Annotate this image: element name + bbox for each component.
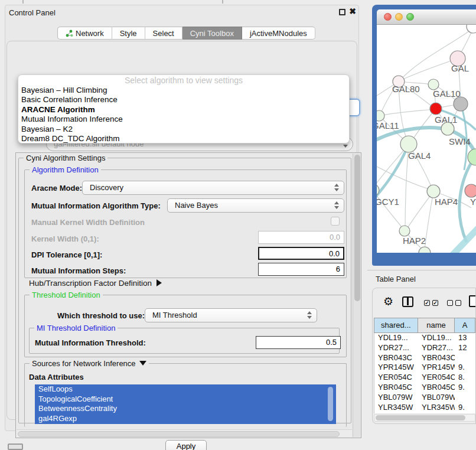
- table-cell: YDL19...: [418, 333, 455, 343]
- hub-definition-toggle[interactable]: Hub/Transcription Factor Definition: [29, 279, 162, 288]
- group-title: Algorithm Definition: [30, 165, 101, 174]
- combo-stepper-icon: [334, 184, 340, 191]
- scrollbar-thumb[interactable]: [376, 415, 465, 420]
- columns-icon[interactable]: [402, 296, 413, 307]
- algorithm-option[interactable]: Dream8 DC_TDC Algorithm: [18, 134, 349, 144]
- network-node-hap4[interactable]: [427, 185, 440, 198]
- scrollbar-thumb[interactable]: [354, 155, 360, 301]
- algorithm-option[interactable]: Bayesian – K2: [18, 125, 349, 134]
- table-cell: 9: [455, 412, 475, 413]
- table-horizontal-scrollbar[interactable]: [374, 414, 475, 422]
- network-node-y[interactable]: [465, 184, 476, 197]
- dpi-tolerance-field[interactable]: 0.0: [258, 247, 344, 260]
- table-cell: 13: [455, 333, 475, 343]
- panel-title: Control Panel: [9, 8, 56, 17]
- algorithm-option[interactable]: ARACNE Algorithm: [18, 105, 349, 115]
- minimize-traffic-light[interactable]: [395, 13, 403, 21]
- mi-threshold-field[interactable]: 0.5: [256, 336, 341, 349]
- network-edge: [379, 109, 435, 116]
- network-node-hap2[interactable]: [399, 226, 410, 236]
- node-label: GAL: [451, 63, 469, 73]
- table-row[interactable]: YDL19...YDL19...13: [374, 333, 475, 343]
- algorithm-option[interactable]: Bayesian – Hill Climbing: [18, 86, 349, 95]
- column-header[interactable]: shared...: [374, 318, 418, 333]
- algorithm-option[interactable]: Mutual Information Inference: [18, 115, 349, 124]
- group-title: Threshold Definition: [30, 291, 103, 299]
- tab-label: Select: [153, 27, 174, 40]
- app-toolbar-fragment: [222, 0, 223, 4]
- which-threshold-label: Which threshold to use:: [57, 311, 145, 320]
- aracne-mode-combo[interactable]: Discovery: [82, 181, 344, 195]
- close-icon[interactable]: ✖: [349, 6, 356, 16]
- tab-style[interactable]: Style: [112, 27, 145, 40]
- table-cell: YLR345W: [418, 403, 455, 413]
- table-row[interactable]: YBR045CYBR045C9.: [374, 383, 475, 393]
- network-node-swi4[interactable]: [441, 122, 454, 135]
- minimized-panel-icon[interactable]: [8, 444, 23, 450]
- table-row[interactable]: YDR27...YDR27...12: [374, 343, 475, 353]
- tab-network[interactable]: Network: [57, 27, 112, 40]
- attribute-item[interactable]: gal4RGexp: [35, 414, 336, 424]
- table-body: YDL19...YDL19...13YDR27...YDR27...12YBR0…: [374, 333, 475, 413]
- network-node-gal4[interactable]: [400, 136, 417, 152]
- float-window-icon[interactable]: [339, 9, 345, 15]
- network-edge: [400, 58, 458, 80]
- tab-select[interactable]: Select: [145, 27, 182, 40]
- sources-title: Sources for Network Inference: [32, 359, 136, 368]
- mi-steps-field[interactable]: 6: [258, 263, 344, 276]
- data-attributes-list[interactable]: SelfLoopsTopologicalCoefficientBetweenne…: [35, 384, 336, 424]
- deselect-all-columns-icon[interactable]: [447, 300, 461, 306]
- kernel-width-field[interactable]: 0.0: [258, 231, 344, 244]
- close-traffic-light[interactable]: [384, 13, 392, 21]
- table-row[interactable]: YBR043CYBR043C: [374, 353, 475, 363]
- network-node-gal1[interactable]: [430, 103, 442, 115]
- table-header-row: shared...nameA: [374, 318, 475, 333]
- zoom-traffic-light[interactable]: [406, 13, 414, 21]
- table-cell: YPR145W: [374, 363, 418, 373]
- select-all-columns-icon[interactable]: ✓✓: [424, 300, 438, 306]
- table-cell: [455, 393, 475, 403]
- table-row[interactable]: YPR145WYPR145W9.: [374, 363, 475, 373]
- tab-cyni-toolbox[interactable]: Cyni Toolbox: [182, 27, 242, 40]
- table-cell: YDR27...: [374, 343, 418, 353]
- tab-jactivemnodules[interactable]: jActiveMNodules: [242, 27, 315, 40]
- network-node[interactable]: [468, 149, 476, 165]
- algorithm-option[interactable]: Basic Correlation Inference: [18, 95, 349, 105]
- table-cell: YBR045C: [374, 383, 418, 393]
- network-canvas[interactable]: GALGAL80GAL10GAL1GAL11SWI4GAL4GCY1HAP4YH…: [377, 25, 476, 253]
- group-title: Cyni Algorithm Settings: [24, 154, 107, 162]
- which-threshold-combo[interactable]: MI Threshold: [145, 308, 317, 322]
- combo-stepper-icon: [334, 201, 340, 209]
- column-header[interactable]: A: [455, 318, 475, 333]
- node-label: GAL4: [408, 151, 431, 161]
- scrollbar-thumb[interactable]: [18, 431, 340, 437]
- attributes-scrollbar[interactable]: [328, 387, 333, 421]
- table-panel: ⚙ ✓✓ shared...nameA YDL19...YDL19...13YD…: [372, 288, 476, 424]
- algorithm-dropdown-popup: Select algorithm to view settings Bayesi…: [18, 74, 350, 144]
- network-node[interactable]: [454, 97, 468, 111]
- table-cell: YBR043C: [418, 353, 455, 363]
- network-edge: [406, 191, 433, 230]
- gear-icon[interactable]: ⚙: [383, 295, 393, 308]
- tab-label: jActiveMNodules: [250, 27, 307, 40]
- attribute-item[interactable]: SelfLoops: [35, 384, 336, 394]
- tab-label: Network: [76, 27, 104, 40]
- attribute-item[interactable]: BetweennessCentrality: [35, 404, 336, 414]
- network-node-gal11[interactable]: [377, 110, 384, 121]
- column-header[interactable]: name: [418, 318, 455, 333]
- table-row[interactable]: YIL052CYIL052C9: [374, 412, 475, 413]
- network-window-titlebar[interactable]: [377, 9, 476, 25]
- table-row[interactable]: YER054CYER054C8.: [374, 373, 475, 383]
- settings-horizontal-scrollbar[interactable]: [17, 429, 352, 437]
- cyni-toolbox-content: gal-filtered.sif default node Select alg…: [6, 41, 357, 420]
- mi-type-combo[interactable]: Naive Bayes: [167, 198, 344, 213]
- table-cell: 9.: [455, 403, 475, 413]
- table-row[interactable]: YBL079WYBL079W: [374, 393, 475, 403]
- new-table-icon[interactable]: [469, 295, 476, 307]
- table-panel-title: Table Panel: [376, 275, 416, 283]
- apply-button[interactable]: Apply: [165, 440, 207, 450]
- manual-kernel-checkbox[interactable]: [331, 217, 340, 226]
- table-row[interactable]: YLR345WYLR345W9.: [374, 403, 475, 413]
- settings-vertical-scrollbar[interactable]: [353, 154, 360, 437]
- attribute-item[interactable]: TopologicalCoefficient: [35, 394, 336, 405]
